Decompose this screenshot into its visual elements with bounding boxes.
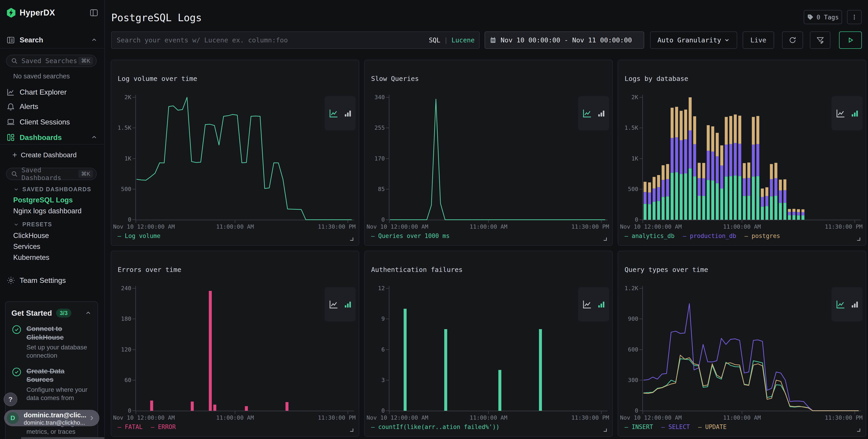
tags-button[interactable]: 0 Tags — [804, 10, 842, 24]
sidebar-item-client-sessions[interactable]: Client Sessions — [0, 116, 104, 128]
get-started-step-connect[interactable]: Connect to ClickHouse Set up your databa… — [11, 324, 92, 360]
get-started-step-sources[interactable]: Create Data Sources Configure where your… — [11, 367, 92, 402]
line-chart-icon[interactable] — [328, 108, 340, 119]
bar-chart-icon[interactable] — [850, 109, 859, 118]
legend-item[interactable]: — FATAL — [118, 424, 143, 430]
resize-handle[interactable] — [857, 238, 860, 241]
sidebar-item-team-settings[interactable]: Team Settings — [0, 275, 104, 286]
bar-chart-icon[interactable] — [850, 300, 859, 309]
legend-item[interactable]: — analytics_db — [625, 232, 675, 239]
bar-production_db — [788, 212, 791, 215]
legend-item[interactable]: — UPDATE — [698, 424, 726, 430]
bar-FATAL — [209, 291, 212, 411]
resize-handle[interactable] — [603, 429, 607, 432]
sidebar-scrollbar[interactable] — [21, 437, 104, 439]
saved-searches-input[interactable]: Saved Searches ⌘K — [6, 55, 97, 67]
chart-plot[interactable] — [389, 97, 606, 220]
sidebar-item-alerts[interactable]: Alerts — [0, 100, 104, 113]
chart-plot[interactable] — [643, 97, 859, 220]
page-title: PostgreSQL Logs — [111, 12, 202, 24]
resize-handle[interactable] — [603, 238, 607, 241]
live-button[interactable]: Live — [743, 31, 774, 49]
bar-analytics_db — [680, 174, 683, 220]
bar-postgres — [783, 179, 786, 190]
bell-icon — [6, 102, 15, 111]
sidebar-item-search[interactable]: Search — [0, 34, 104, 46]
legend-item[interactable]: — INSERT — [625, 424, 653, 430]
refresh-button[interactable] — [782, 31, 803, 49]
help-button[interactable]: ? — [4, 393, 17, 406]
line-chart-icon[interactable] — [835, 108, 846, 119]
chevron-up-icon[interactable] — [85, 310, 92, 317]
y-tick — [386, 128, 389, 128]
y-tick — [640, 319, 642, 319]
legend-item[interactable]: — production_db — [683, 232, 736, 239]
resize-handle[interactable] — [350, 238, 353, 241]
chevron-down-icon — [13, 222, 19, 227]
sidebar-dashboard-nginx[interactable]: Nginx logs dashboard — [13, 207, 82, 215]
chart-plot[interactable] — [643, 288, 859, 411]
legend-item[interactable]: — postgres — [744, 232, 780, 239]
sidebar-preset-kubernetes[interactable]: Kubernetes — [13, 253, 50, 262]
event-search-input[interactable]: Search your events w/ Lucene ex. column:… — [111, 31, 479, 49]
bar-postgres — [711, 126, 714, 152]
line-chart-icon[interactable] — [328, 299, 340, 310]
y-tick — [132, 410, 135, 411]
chart-plot[interactable] — [136, 97, 352, 220]
create-dashboard-button[interactable]: + Create Dashboard — [12, 151, 76, 159]
y-axis-label: 0 — [365, 407, 385, 414]
bar-chart-icon[interactable] — [597, 109, 606, 118]
sidebar-dashboard-postgresql-logs[interactable]: PostgreSQL Logs — [13, 196, 73, 204]
sidebar-item-chart-explorer[interactable]: Chart Explorer — [0, 86, 104, 98]
x-axis-label: 11:00:00 AM — [470, 414, 507, 421]
bar-chart-icon[interactable] — [343, 300, 352, 309]
chart-type-toggle — [832, 287, 863, 321]
line-chart-icon[interactable] — [835, 299, 846, 310]
run-query-button[interactable] — [839, 31, 862, 49]
section-saved-dashboards[interactable]: SAVED DASHBOARDS — [13, 186, 91, 193]
sidebar-preset-clickhouse[interactable]: ClickHouse — [13, 231, 49, 240]
y-axis-label: 340 — [365, 94, 385, 100]
bar-production_db — [766, 196, 768, 206]
line-chart-icon[interactable] — [581, 299, 593, 310]
bar-chart-icon[interactable] — [343, 109, 352, 118]
granularity-value: Auto Granularity — [657, 36, 721, 44]
chevron-up-icon[interactable] — [91, 37, 98, 43]
sql-mode-toggle[interactable]: SQL — [429, 36, 440, 44]
filter-button[interactable] — [810, 31, 830, 49]
legend-item[interactable]: — countIf(like(arr..ation failed%')) — [371, 424, 500, 430]
sidebar-item-dashboards[interactable]: Dashboards — [0, 131, 104, 144]
granularity-select[interactable]: Auto Granularity — [650, 31, 737, 49]
chart-plot[interactable] — [136, 288, 352, 411]
sidebar: HyperDX Search Saved Searches ⌘K No save… — [0, 0, 105, 439]
no-saved-searches-text: No saved searches — [13, 72, 70, 80]
lucene-mode-toggle[interactable]: Lucene — [452, 36, 474, 44]
line-chart-icon[interactable] — [581, 108, 593, 119]
chart-plot[interactable] — [389, 288, 606, 411]
bar-chart-icon[interactable] — [597, 300, 606, 309]
legend-item[interactable]: — ERROR — [151, 424, 176, 430]
chart-type-toggle — [324, 96, 355, 130]
bar-analytics_db — [725, 177, 728, 220]
more-options-button[interactable] — [847, 10, 862, 24]
collapse-sidebar-icon[interactable] — [89, 8, 98, 17]
sidebar-preset-services[interactable]: Services — [13, 243, 40, 251]
laptop-icon — [6, 118, 15, 126]
bar-postgres — [698, 163, 701, 178]
bar-production_db — [648, 193, 651, 204]
chevron-up-icon[interactable] — [91, 134, 98, 141]
y-axis-label: 0 — [111, 407, 131, 414]
resize-handle[interactable] — [350, 429, 353, 432]
bar-analytics_db — [801, 215, 804, 220]
bar-postgres — [801, 209, 804, 212]
saved-dashboards-input[interactable]: Saved Dashboards ⌘K — [6, 168, 97, 180]
section-presets[interactable]: PRESETS — [13, 221, 52, 228]
legend-item[interactable]: — Log volume — [118, 232, 160, 239]
date-range-picker[interactable]: Nov 10 00:00:00 - Nov 11 00:00:00 — [485, 31, 644, 49]
resize-handle[interactable] — [857, 429, 860, 432]
legend-item[interactable]: — SELECT — [661, 424, 690, 430]
x-tick — [488, 411, 489, 414]
user-menu[interactable]: D dominic.tran@clic... dominic.tran@clic… — [4, 410, 99, 426]
legend-item[interactable]: — Queries over 1000 ms — [371, 232, 450, 239]
y-tick — [132, 189, 135, 189]
